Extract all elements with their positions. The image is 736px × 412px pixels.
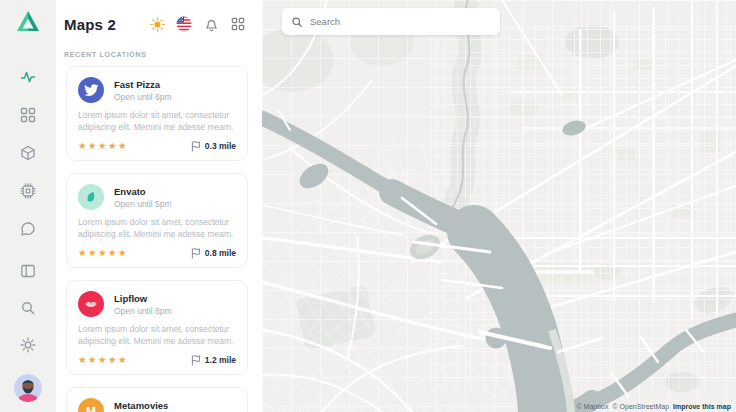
attribution-osm-link[interactable]: © OpenStreetMap <box>613 403 670 410</box>
lips-icon <box>78 291 104 317</box>
nav-layout-icon[interactable] <box>18 263 38 279</box>
nav-package-icon[interactable] <box>18 145 38 161</box>
nav-cpu-icon[interactable] <box>18 183 38 199</box>
location-card[interactable]: Fast Pizza Open until 6pm Lorem ipsum do… <box>66 66 248 161</box>
map-search-input[interactable] <box>310 16 491 27</box>
attribution-improve-link[interactable]: Improve this map <box>673 403 731 410</box>
icon-rail <box>0 0 56 412</box>
rating-stars: ★★★★★ <box>78 354 128 365</box>
app-logo-icon[interactable] <box>15 9 41 33</box>
location-description: Lorem ipsum dolor sit amet, consectetur … <box>78 109 236 133</box>
location-name: Envato <box>114 186 172 197</box>
apps-grid-icon[interactable] <box>230 16 246 32</box>
search-icon <box>291 16 303 28</box>
distance-value: 0.3 mile <box>205 141 236 151</box>
distance-flag-icon <box>190 140 201 152</box>
location-name: Lipflow <box>114 293 172 304</box>
location-card-list: Fast Pizza Open until 6pm Lorem ipsum do… <box>56 66 262 412</box>
location-description: Lorem ipsum dolor sit amet, consectetur … <box>78 216 236 240</box>
nav-activity-icon[interactable] <box>18 69 38 85</box>
nav-search-icon[interactable] <box>18 300 38 316</box>
rating-stars: ★★★★★ <box>78 247 128 258</box>
map-canvas[interactable]: © Mapbox © OpenStreetMap Improve this ma… <box>262 0 736 412</box>
distance-value: 0.8 mile <box>205 248 236 258</box>
rating-stars: ★★★★★ <box>78 140 128 151</box>
location-description: Lorem ipsum dolor sit amet, consectetur … <box>78 323 236 347</box>
user-avatar[interactable] <box>14 374 42 402</box>
location-name: Fast Pizza <box>114 79 172 90</box>
location-hours: Open until 8pm <box>114 306 172 316</box>
locations-panel: Maps 2 <box>56 0 262 412</box>
bird-icon <box>78 77 104 103</box>
nav-settings-gear-icon[interactable] <box>18 337 38 353</box>
map-tiles <box>262 0 736 412</box>
map-attribution: © Mapbox © OpenStreetMap Improve this ma… <box>576 403 731 410</box>
nav-apps-grid-icon[interactable] <box>18 107 38 123</box>
page-title: Maps 2 <box>64 16 138 33</box>
location-hours: Open until 6pm <box>114 92 172 102</box>
leaf-icon <box>78 184 104 210</box>
location-card[interactable]: M Metamovies Open until 11pm Lorem ipsum… <box>66 387 248 412</box>
location-name: Metamovies <box>114 400 176 411</box>
app-window: Maps 2 <box>0 0 736 412</box>
distance-flag-icon <box>190 354 201 366</box>
nav-chat-icon[interactable] <box>18 221 38 237</box>
location-card[interactable]: Envato Open until 5pm Lorem ipsum dolor … <box>66 173 248 268</box>
notifications-bell-icon[interactable] <box>203 16 219 32</box>
map-search <box>282 8 500 35</box>
distance-value: 1.2 mile <box>205 355 236 365</box>
distance-flag-icon <box>190 247 201 259</box>
language-us-flag-icon[interactable] <box>176 16 192 32</box>
letter-m-icon: M <box>78 398 104 412</box>
location-card[interactable]: Lipflow Open until 8pm Lorem ipsum dolor… <box>66 280 248 375</box>
attribution-mapbox-link[interactable]: © Mapbox <box>576 403 608 410</box>
section-label: RECENT LOCATIONS <box>64 51 262 58</box>
location-hours: Open until 5pm <box>114 199 172 209</box>
theme-sun-icon[interactable] <box>149 16 165 32</box>
svg-text:M: M <box>86 405 96 412</box>
